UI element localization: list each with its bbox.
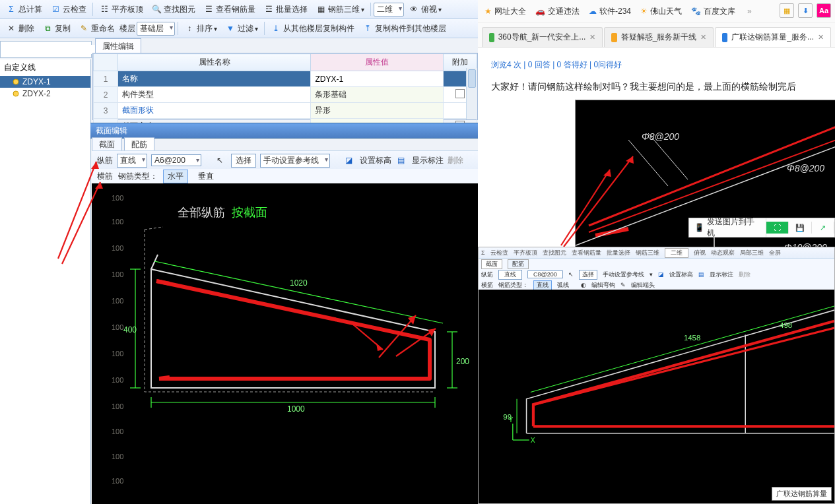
favicon-icon: [722, 33, 727, 42]
svg-point-1: [13, 91, 18, 96]
grid-icon[interactable]: ▦: [780, 3, 794, 18]
close-icon[interactable]: ✕: [700, 33, 706, 42]
browser-tabs: 360导航_新一代安全上...✕ 答疑解惑_服务新干线✕ 广联达钢筋算量_服务.…: [478, 23, 835, 47]
filter-button[interactable]: ▼过滤▾: [222, 22, 261, 36]
copy-to-button[interactable]: ⤒复制构件到其他楼层: [359, 22, 450, 36]
browser-tab-0[interactable]: 360导航_新一代安全上...✕: [482, 27, 603, 47]
col-value[interactable]: 属性值: [311, 54, 444, 71]
copy-button[interactable]: ⧉复制: [39, 22, 74, 36]
cad-label-all: 全部纵筋: [178, 205, 225, 220]
set-elev-button[interactable]: 设置标高: [360, 155, 391, 166]
svg-text:Φ8@200: Φ8@200: [642, 131, 679, 142]
browser-content: 浏览4 次 | 0 回答 | 0 答得好 | 0问得好 大家好！请问钢筋这样绘制…: [478, 47, 835, 504]
prop-scrollbar[interactable]: [466, 68, 477, 119]
section-editor-title: 截面编辑: [90, 123, 478, 139]
svg-text:100: 100: [112, 297, 123, 305]
more-favs-icon[interactable]: »: [747, 7, 752, 16]
browser-tab-2[interactable]: 广联达钢筋算量_服务...✕: [715, 27, 831, 47]
svg-text:400: 400: [123, 325, 137, 334]
delete-button[interactable]: ✕删除: [3, 22, 38, 36]
close-icon[interactable]: ✕: [589, 33, 595, 42]
svg-text:1458: 1458: [684, 334, 700, 342]
svg-text:100: 100: [112, 427, 123, 435]
sigma-icon: Σ: [6, 4, 17, 15]
down-icon[interactable]: ⬇: [798, 3, 813, 18]
svg-text:100: 100: [112, 402, 123, 410]
rename-button[interactable]: ✎重命名: [75, 22, 118, 36]
section-toolbar-1: 纵筋 直线 A6@200 ↖ 选择 手动设置参考线 ◪ 设置标高 ▤ 显示标注 …: [92, 150, 478, 170]
embed2-sub2: 横筋 钢筋类型： 直线 弧线 ◐编辑弯钩 ✎编辑端头: [479, 280, 834, 290]
node-icon: [12, 90, 20, 98]
embedded-screenshot-2[interactable]: Σ 云检查 平齐板顶 查找图元 查看钢筋量 批量选择 钢筋三维 二维 俯视 动态…: [478, 247, 835, 504]
long-rebar-label: 纵筋: [97, 155, 113, 166]
save-icon[interactable]: 💾: [789, 222, 811, 234]
show-label-button[interactable]: 显示标注: [412, 155, 444, 166]
find-elem-button[interactable]: 🔍查找图元: [148, 3, 199, 16]
cloud-check-button[interactable]: ☑云检查: [47, 3, 90, 16]
svg-text:1020: 1020: [290, 278, 308, 288]
rebar-3d-button[interactable]: ▦钢筋三维▾: [312, 3, 368, 16]
browser-top: ★网址大全 🚗交通违法 ☁软件-234 ☀佛山天气 🐾百度文库 » ▦ ⬇ Aa…: [478, 0, 835, 48]
tree-item-zdyx2[interactable]: ZDYX-2: [0, 88, 90, 100]
section-toolbar-2: 横筋 钢筋类型： 水平 垂直: [92, 169, 478, 184]
sort-button[interactable]: ↕排序▾: [181, 22, 220, 36]
row-1-name[interactable]: 名称: [118, 71, 311, 87]
paw-icon: 🐾: [691, 7, 701, 16]
star-icon: ★: [484, 7, 492, 16]
fav-all[interactable]: ★网址大全: [484, 6, 526, 17]
fav-weather[interactable]: ☀佛山天气: [640, 6, 682, 17]
svg-line-39: [628, 140, 668, 186]
left-app: Σ总计算 ☑云检查 ☷平齐板顶 🔍查找图元 ☰查看钢筋量 ☲批量选择 ▦钢筋三维…: [0, 0, 479, 504]
select-button[interactable]: 选择: [231, 154, 256, 168]
mini-icons: ▦ ⬇ Aa: [780, 3, 831, 18]
view-mode-dropdown[interactable]: 二维: [374, 3, 404, 16]
svg-text:100: 100: [112, 218, 123, 226]
section-cad-canvas[interactable]: 100 100 100 100 100 100 100 100 100 100 …: [92, 183, 478, 504]
calc-button[interactable]: Σ总计算: [3, 3, 46, 16]
browser-tab-1[interactable]: 答疑解惑_服务新干线✕: [604, 27, 714, 47]
flat-top-button[interactable]: ☷平齐板顶: [96, 3, 147, 16]
show-icon: ▤: [395, 155, 406, 166]
sort-icon: ↕: [184, 23, 195, 34]
svg-text:X: X: [531, 437, 535, 444]
manual-ref-combo[interactable]: 手动设置参考线: [260, 154, 330, 168]
search-input[interactable]: [1, 45, 105, 54]
svg-text:498: 498: [780, 321, 792, 329]
fav-soft[interactable]: ☁软件-234: [589, 6, 631, 17]
share-icon[interactable]: ↗: [812, 222, 834, 234]
search-box: 🔍: [0, 41, 92, 58]
close-icon[interactable]: ✕: [818, 33, 824, 42]
aa-icon[interactable]: Aa: [817, 3, 831, 18]
view-rebar-button[interactable]: ☰查看钢筋量: [200, 3, 259, 16]
tree-header: 自定义线: [0, 59, 90, 76]
send-to-phone-button[interactable]: 📱发送图片到手机: [689, 218, 766, 237]
embed2-sub1: 纵筋 直线 C8@200 ↖选择 手动设置参考线▾ ◪设置标高 ▤显示标注 删除: [479, 269, 834, 280]
floor-dropdown[interactable]: 基础层: [137, 22, 175, 36]
del-label-button[interactable]: 删除: [448, 155, 463, 166]
expand-icon[interactable]: ⛶: [766, 222, 789, 234]
checkbox-icon[interactable]: [455, 89, 465, 98]
batch-select-button[interactable]: ☲批量选择: [260, 3, 311, 16]
svg-text:99: 99: [503, 413, 512, 421]
side-view-button[interactable]: 👁俯视▾: [405, 3, 445, 16]
cube-icon: ▦: [316, 4, 326, 15]
line-type-combo[interactable]: 直线: [117, 154, 147, 168]
fav-wenku[interactable]: 🐾百度文库: [691, 6, 735, 17]
rebar-spec-combo[interactable]: A6@200: [151, 154, 201, 166]
tree-item-zdyx1[interactable]: ZDYX-1: [0, 76, 90, 88]
elev-icon: ◪: [343, 155, 354, 166]
svg-line-37: [595, 229, 628, 236]
vertical-toggle[interactable]: 垂直: [193, 170, 218, 183]
col-name[interactable]: 属性名称: [118, 54, 311, 71]
fav-traffic[interactable]: 🚗交通违法: [535, 6, 580, 17]
horizontal-toggle[interactable]: 水平: [163, 170, 188, 183]
svg-point-0: [13, 79, 18, 84]
copy-from-button[interactable]: ⤓从其他楼层复制构件: [267, 22, 358, 36]
pointer-icon: ↖: [215, 155, 225, 166]
row-1-value[interactable]: ZDYX-1: [311, 71, 444, 87]
copy-icon: ⧉: [42, 23, 53, 34]
svg-text:100: 100: [112, 323, 123, 331]
row-1-num: 1: [94, 71, 118, 87]
tab-property-edit[interactable]: 属性编辑: [95, 38, 141, 54]
search-icon: 🔍: [151, 4, 162, 15]
